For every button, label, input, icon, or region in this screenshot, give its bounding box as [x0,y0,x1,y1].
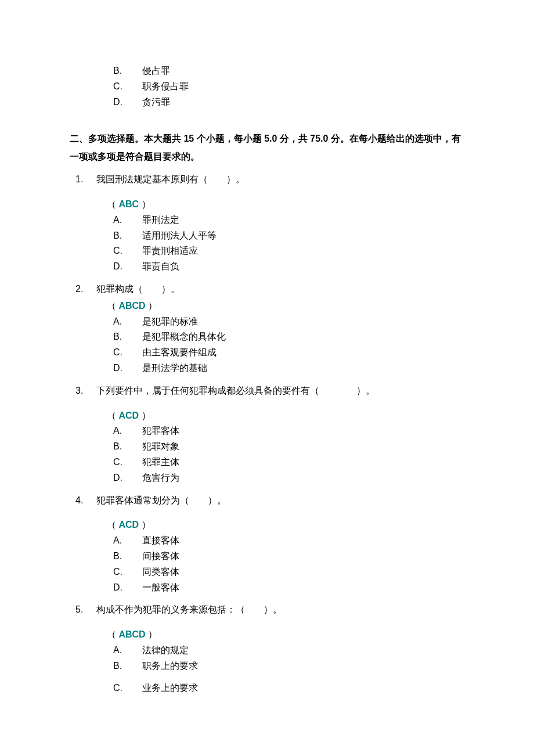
option-text: 适用刑法人人平等 [142,229,217,243]
answer-row: （ ABCD ） [107,628,464,642]
question-number: 4. [70,494,96,508]
option-text: 是犯罪的标准 [142,315,198,329]
option-letter: C. [113,681,142,696]
option-text: 职务上的要求 [142,659,198,674]
option-letter: A. [113,315,142,329]
option-text: 由主客观要件组成 [142,345,217,360]
option-d: D.罪责自负 [113,260,464,274]
option-a: A.法律的规定 [113,643,464,658]
option-letter: A. [113,424,142,438]
option-text: 是刑法学的基础 [142,361,207,376]
option-text: 业务上的要求 [142,681,198,696]
answer-key: ABCD [118,629,145,639]
option-letter: A. [113,643,142,658]
option-text: 一般客体 [142,581,179,595]
options-list: A.是犯罪的标准 B.是犯罪概念的具体化 C.由主客观要件组成 D.是刑法学的基… [113,315,464,376]
option-letter: C. [113,244,142,258]
option-b: B.间接客体 [113,549,464,564]
option-letter: D. [113,95,142,110]
option-b: B.适用刑法人人平等 [113,229,464,243]
option-text: 是犯罪概念的具体化 [142,330,226,344]
question-number: 1. [70,172,96,187]
question-stem: 我国刑法规定基本原则有（ ）。 [96,172,464,187]
option-letter: C. [113,565,142,579]
option-text: 罪责自负 [142,260,179,274]
option-letter: A. [113,213,142,228]
option-a: A.犯罪客体 [113,424,464,438]
option-c: C.犯罪主体 [113,455,464,470]
answer-key: ACD [118,411,139,420]
option-text: 直接客体 [142,534,179,548]
option-text: 侵占罪 [142,64,170,78]
option-b: B.职务上的要求 [113,659,464,674]
option-c: C.同类客体 [113,565,464,579]
option-letter: B. [113,549,142,564]
answer-key: ABCD [118,301,145,311]
answer-key: ACD [118,520,139,530]
question-stem: 犯罪客体通常划分为（ ）。 [96,494,464,508]
question-stem: 下列要件中，属于任何犯罪构成都必须具备的要件有（ ）。 [96,384,464,398]
answer-row: （ ABC ） [107,197,464,212]
option-b: B.犯罪对象 [113,440,464,454]
option-d: D.是刑法学的基础 [113,361,464,376]
option-letter: B. [113,440,142,454]
option-text: 犯罪对象 [142,440,179,454]
option-text: 间接客体 [142,549,179,564]
question-number: 3. [70,384,96,398]
question-4: 4. 犯罪客体通常划分为（ ）。 （ ACD ） A.直接客体 B.间接客体 C… [70,494,464,595]
option-a: A.直接客体 [113,534,464,548]
options-list: A.直接客体 B.间接客体 C.同类客体 D.一般客体 [113,534,464,595]
option-letter: C. [113,345,142,360]
options-list: A.法律的规定 B.职务上的要求 C.业务上的要求 [113,643,464,696]
options-list: A.犯罪客体 B.犯罪对象 C.犯罪主体 D.危害行为 [113,424,464,485]
option-b: B. 侵占罪 [113,64,464,78]
question-stem: 犯罪构成（ ）。 [96,282,464,297]
option-letter: B. [113,659,142,674]
option-letter: D. [113,260,142,274]
option-text: 罪责刑相适应 [142,244,198,258]
option-c: C. 职务侵占罪 [113,80,464,94]
options-list: A.罪刑法定 B.适用刑法人人平等 C.罪责刑相适应 D.罪责自负 [113,213,464,274]
option-c: C.由主客观要件组成 [113,345,464,360]
option-letter: B. [113,330,142,344]
option-text: 犯罪客体 [142,424,179,438]
question-3: 3. 下列要件中，属于任何犯罪构成都必须具备的要件有（ ）。 （ ACD ） A… [70,384,464,485]
option-a: A.是犯罪的标准 [113,315,464,329]
question-2: 2. 犯罪构成（ ）。 （ ABCD ） A.是犯罪的标准 B.是犯罪概念的具体… [70,282,464,376]
option-letter: A. [113,534,142,548]
question-1: 1. 我国刑法规定基本原则有（ ）。 （ ABC ） A.罪刑法定 B.适用刑法… [70,172,464,274]
question-number: 5. [70,603,96,617]
answer-key: ABC [118,199,139,209]
option-letter: D. [113,471,142,485]
option-d: D.一般客体 [113,581,464,595]
option-d: D.危害行为 [113,471,464,485]
option-letter: B. [113,64,142,78]
answer-row: （ ABCD ） [107,299,464,314]
option-text: 职务侵占罪 [142,80,189,94]
option-letter: D. [113,581,142,595]
option-text: 法律的规定 [142,643,189,658]
option-text: 危害行为 [142,471,179,485]
option-d: D. 贪污罪 [113,95,464,110]
question-number: 2. [70,282,96,297]
option-c: C.业务上的要求 [113,681,464,696]
answer-row: （ ACD ） [107,409,464,423]
option-text: 罪刑法定 [142,213,179,228]
option-letter: D. [113,361,142,376]
option-text: 犯罪主体 [142,455,179,470]
option-c: C.罪责刑相适应 [113,244,464,258]
question-5: 5. 构成不作为犯罪的义务来源包括：（ ）。 （ ABCD ） A.法律的规定 … [70,603,464,696]
answer-row: （ ACD ） [107,518,464,532]
question-stem: 构成不作为犯罪的义务来源包括：（ ）。 [96,603,464,617]
option-letter: B. [113,229,142,243]
option-letter: C. [113,455,142,470]
option-b: B.是犯罪概念的具体化 [113,330,464,344]
option-text: 同类客体 [142,565,179,579]
option-text: 贪污罪 [142,95,170,110]
section-heading: 二、多项选择题。本大题共 15 个小题，每小题 5.0 分，共 75.0 分。在… [70,130,464,165]
option-a: A.罪刑法定 [113,213,464,228]
top-options-block: B. 侵占罪 C. 职务侵占罪 D. 贪污罪 [113,64,464,109]
option-letter: C. [113,80,142,94]
